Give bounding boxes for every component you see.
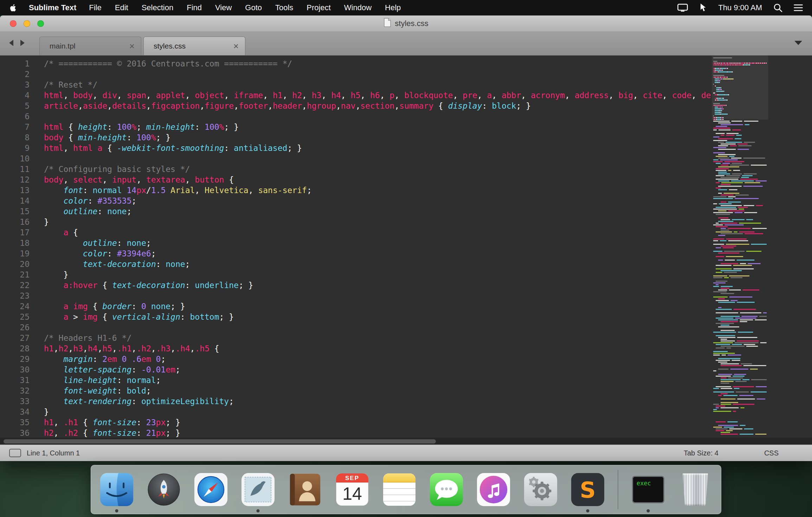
menu-item-help[interactable]: Help (385, 3, 401, 12)
code-lines[interactable]: /* =========== © 2016 Centroarts.com ===… (35, 58, 714, 438)
line-number: 15 (0, 206, 35, 217)
dock-mail[interactable] (241, 472, 275, 507)
code-line: /* =========== © 2016 Centroarts.com ===… (35, 58, 714, 69)
status-left: Line 1, Column 1 (0, 449, 80, 457)
document-icon (384, 18, 391, 29)
dock-safari[interactable] (194, 472, 228, 507)
line-number: 5 (0, 101, 35, 111)
code-line: text-rendering: optimizeLegibility; (35, 396, 714, 407)
status-right: Tab Size: 4 CSS (684, 449, 812, 457)
line-number: 34 (0, 407, 35, 417)
code-line (35, 322, 714, 333)
menu-item-tools[interactable]: Tools (275, 3, 293, 12)
cursor-icon[interactable] (699, 3, 707, 12)
menu-items: FileEditSelectionFindViewGotoToolsProjec… (89, 3, 401, 12)
menu-item-view[interactable]: View (215, 3, 232, 12)
status-panel-icon (9, 449, 21, 457)
dock: SEP 14 (91, 465, 721, 514)
tab-close-icon[interactable]: × (233, 42, 239, 51)
menu-item-edit[interactable]: Edit (115, 3, 128, 12)
back-arrow-icon[interactable] (8, 39, 15, 48)
code-editor[interactable]: 1234567891011121314151617181920212223242… (0, 56, 812, 438)
apple-menu-icon[interactable] (9, 4, 16, 12)
dock-contacts[interactable] (288, 472, 322, 507)
code-line (35, 291, 714, 301)
dock-finder[interactable] (99, 472, 134, 507)
dock-trash[interactable] (678, 472, 713, 507)
menu-bar: Sublime Text FileEditSelectionFindViewGo… (0, 0, 812, 15)
dock-messages[interactable] (429, 472, 464, 507)
code-line: a { (35, 227, 714, 238)
minimap-viewport[interactable] (712, 56, 768, 120)
forward-arrow-icon[interactable] (19, 39, 26, 48)
code-line: line-height: normal; (35, 375, 714, 385)
notification-center-icon[interactable] (794, 4, 803, 12)
code-line: } (35, 269, 714, 280)
window-title-bar[interactable]: styles.css (0, 15, 812, 32)
code-line: a img { border: 0 none; } (35, 301, 714, 312)
zoom-button[interactable] (37, 20, 44, 27)
dock-notes[interactable] (382, 472, 417, 507)
menu-item-project[interactable]: Project (307, 3, 330, 12)
display-icon[interactable] (677, 4, 688, 12)
line-number: 19 (0, 248, 35, 259)
menu-item-find[interactable]: Find (187, 3, 202, 12)
line-number: 26 (0, 322, 35, 333)
syntax-indicator[interactable]: CSS (764, 449, 779, 457)
exec-terminal-icon: exec (632, 476, 664, 503)
gutter: 1234567891011121314151617181920212223242… (0, 58, 35, 438)
tab-close-icon[interactable]: × (129, 42, 135, 51)
line-number: 17 (0, 227, 35, 238)
line-number: 20 (0, 259, 35, 269)
sublime-text-window: styles.css main.tpl×styles.css× 12345678… (0, 15, 812, 461)
code-line: letter-spacing: -0.01em; (35, 364, 714, 375)
dock-sublime-text[interactable]: S (571, 472, 605, 507)
code-line: /* Headers H1-6 */ (35, 333, 714, 343)
horizontal-scrollbar[interactable] (0, 438, 812, 445)
line-number: 25 (0, 312, 35, 322)
tab-size-indicator[interactable]: Tab Size: 4 (684, 449, 718, 457)
dock-exec[interactable]: exec (631, 472, 665, 507)
close-button[interactable] (10, 20, 17, 27)
code-line: color: #3394e6; (35, 248, 714, 259)
spotlight-search-icon[interactable] (773, 3, 782, 12)
running-indicator (257, 509, 260, 512)
minimap[interactable] (712, 56, 768, 438)
tab-styles.css[interactable]: styles.css× (143, 37, 245, 55)
dock-system-preferences[interactable] (523, 472, 558, 507)
status-bar: Line 1, Column 1 Tab Size: 4 CSS (0, 445, 812, 461)
code-line: h2, .h2 { font-size: 21px; } (35, 428, 714, 438)
line-number: 3 (0, 79, 35, 90)
notes-icon (383, 473, 415, 506)
horizontal-scrollbar-thumb[interactable] (4, 439, 436, 443)
code-line: text-decoration: none; (35, 259, 714, 269)
calendar-icon: SEP 14 (336, 473, 368, 506)
line-number: 10 (0, 153, 35, 164)
tab-main.tpl[interactable]: main.tpl× (39, 37, 141, 55)
active-app-menu[interactable]: Sublime Text (29, 3, 76, 12)
line-number: 12 (0, 174, 35, 185)
code-line: html, html a { -webkit-font-smoothing: a… (35, 143, 714, 153)
menu-item-file[interactable]: File (89, 3, 101, 12)
dock-launchpad[interactable] (147, 472, 181, 507)
running-indicator (115, 509, 118, 512)
code-line: html { height: 100%; min-height: 100%; } (35, 122, 714, 132)
menu-bar-clock[interactable]: Thu 9:00 AM (718, 3, 762, 12)
line-number: 9 (0, 143, 35, 153)
menu-item-goto[interactable]: Goto (245, 3, 262, 12)
line-number: 33 (0, 396, 35, 407)
line-number: 29 (0, 354, 35, 364)
tab-nav-arrows (8, 39, 26, 48)
menu-item-window[interactable]: Window (344, 3, 372, 12)
line-number: 4 (0, 90, 35, 101)
line-number: 21 (0, 269, 35, 280)
dock-calendar[interactable]: SEP 14 (335, 472, 369, 507)
calendar-day: 14 (336, 483, 368, 505)
traffic-lights (10, 20, 44, 27)
line-number: 1 (0, 58, 35, 69)
code-line: a:hover { text-decoration: underline; } (35, 280, 714, 291)
dock-itunes[interactable] (476, 472, 511, 507)
menu-item-selection[interactable]: Selection (142, 3, 174, 12)
minimize-button[interactable] (24, 20, 30, 27)
tab-list-dropdown-icon[interactable] (794, 40, 803, 47)
